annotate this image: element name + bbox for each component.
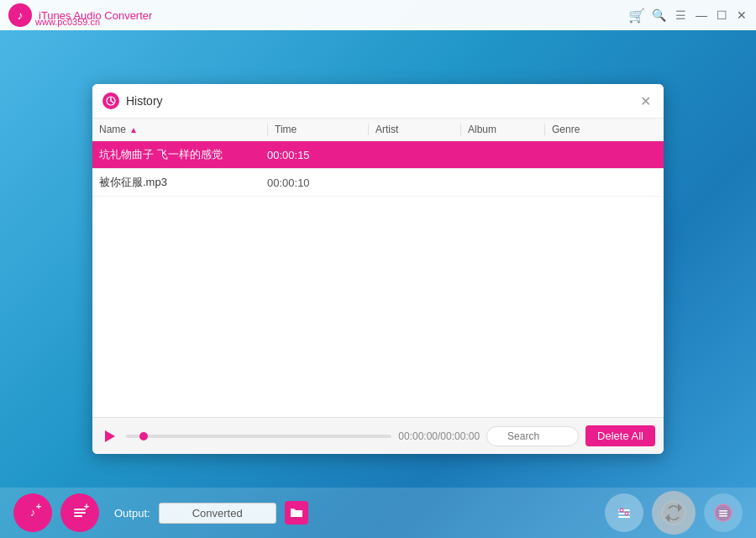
svg-text:+: + (84, 501, 89, 511)
app-website: www.pc0359.cn (35, 17, 100, 27)
dialog-header: History ✕ (92, 84, 664, 119)
table-header: Name ▲ Time Artist Album Genre (92, 119, 664, 141)
history-table: Name ▲ Time Artist Album Genre 坑礼物曲子 飞一样… (92, 119, 664, 417)
dialog-icon (102, 92, 119, 109)
convert-button[interactable] (652, 491, 696, 535)
menu-icon[interactable]: ☰ (672, 7, 689, 24)
svg-point-14 (620, 509, 623, 512)
output-label: Output: (114, 507, 150, 520)
col-name-header: Name ▲ (99, 124, 267, 135)
history-dialog: History ✕ Name ▲ Time Artist Album Genre… (92, 84, 664, 454)
sort-arrow-icon: ▲ (129, 125, 138, 134)
row-name: 被你征服.mp3 (99, 175, 267, 190)
row-time: 00:00:15 (267, 149, 368, 161)
svg-point-16 (662, 501, 685, 525)
add-playlist-button[interactable]: + (60, 493, 99, 532)
app-title: iTunes Audio Converter (39, 9, 628, 22)
svg-rect-13 (618, 516, 630, 518)
dialog-close-button[interactable]: ✕ (637, 92, 654, 109)
settings-button[interactable] (605, 493, 643, 532)
progress-track[interactable] (126, 435, 391, 438)
play-icon (105, 430, 115, 442)
col-genre-header: Genre (544, 124, 657, 135)
maximize-button[interactable]: ☐ (714, 8, 729, 23)
svg-rect-18 (719, 510, 727, 512)
svg-text:+: + (36, 501, 41, 511)
search-input[interactable] (486, 426, 579, 446)
player-bar: 00:00:00/00:00:00 🔍 Delete All (92, 417, 664, 454)
add-music-button[interactable]: ♪ + (13, 493, 52, 532)
svg-rect-19 (719, 513, 727, 514)
window-controls: 🛒 🔍 ☰ — ☐ ✕ (628, 7, 749, 24)
svg-text:♪: ♪ (18, 8, 24, 22)
menu-button[interactable] (704, 493, 743, 532)
output-path-input[interactable] (159, 503, 276, 524)
row-name: 坑礼物曲子 飞一样的感觉 (99, 147, 267, 162)
bottom-toolbar: ♪ + + Output: (0, 488, 756, 538)
minimize-button[interactable]: — (694, 8, 709, 23)
app-logo: ♪ (7, 2, 34, 29)
play-button[interactable] (101, 427, 119, 446)
time-display: 00:00:00/00:00:00 (398, 430, 480, 442)
cart-icon[interactable]: 🛒 (628, 7, 645, 24)
close-button[interactable]: ✕ (734, 8, 749, 23)
row-time: 00:00:10 (267, 177, 368, 189)
search-icon[interactable]: 🔍 (650, 7, 667, 24)
svg-rect-8 (74, 512, 86, 514)
table-row[interactable]: 坑礼物曲子 飞一样的感觉 00:00:15 (92, 141, 664, 169)
search-wrapper: 🔍 (486, 426, 579, 446)
svg-point-15 (625, 512, 628, 515)
table-row[interactable]: 被你征服.mp3 00:00:10 (92, 169, 664, 197)
svg-rect-20 (719, 515, 727, 517)
dialog-title: History (126, 94, 637, 108)
svg-text:♪: ♪ (30, 506, 36, 519)
col-album-header: Album (460, 124, 544, 135)
delete-all-button[interactable]: Delete All (585, 425, 655, 446)
col-time-header: Time (267, 124, 368, 135)
progress-thumb (139, 432, 148, 440)
svg-rect-9 (74, 515, 82, 517)
col-artist-header: Artist (368, 124, 460, 135)
folder-button[interactable] (285, 501, 308, 525)
title-bar: ♪ iTunes Audio Converter www.pc0359.cn 🛒… (0, 0, 756, 30)
